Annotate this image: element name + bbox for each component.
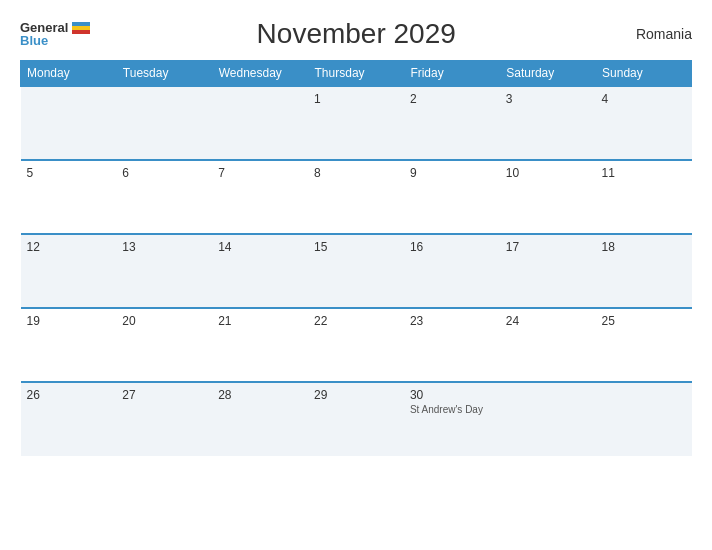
calendar-table: MondayTuesdayWednesdayThursdayFridaySatu… (20, 60, 692, 456)
calendar-page: General Blue November 2029 Romania Monda… (0, 0, 712, 550)
day-cell: 16 (404, 234, 500, 308)
day-cell: 30St Andrew's Day (404, 382, 500, 456)
day-cell: 7 (212, 160, 308, 234)
day-cell: 27 (116, 382, 212, 456)
day-cell: 29 (308, 382, 404, 456)
day-number: 10 (506, 166, 590, 180)
week-row: 1234 (21, 86, 692, 160)
day-cell (596, 382, 692, 456)
logo-flag (72, 22, 90, 34)
day-number: 14 (218, 240, 302, 254)
calendar-body: 1234567891011121314151617181920212223242… (21, 86, 692, 456)
day-cell: 24 (500, 308, 596, 382)
day-number: 6 (122, 166, 206, 180)
day-number: 8 (314, 166, 398, 180)
day-cell: 19 (21, 308, 117, 382)
day-cell: 22 (308, 308, 404, 382)
day-cell: 28 (212, 382, 308, 456)
calendar-header: MondayTuesdayWednesdayThursdayFridaySatu… (21, 61, 692, 87)
day-number: 19 (27, 314, 111, 328)
weekday-header: Tuesday (116, 61, 212, 87)
day-cell (500, 382, 596, 456)
day-number: 12 (27, 240, 111, 254)
day-cell: 3 (500, 86, 596, 160)
day-number: 4 (602, 92, 686, 106)
day-cell: 15 (308, 234, 404, 308)
day-cell: 10 (500, 160, 596, 234)
event-label: St Andrew's Day (410, 404, 483, 415)
day-cell: 26 (21, 382, 117, 456)
day-number: 16 (410, 240, 494, 254)
day-cell: 23 (404, 308, 500, 382)
day-number: 30 (410, 388, 494, 402)
day-cell: 6 (116, 160, 212, 234)
day-number: 17 (506, 240, 590, 254)
day-number: 7 (218, 166, 302, 180)
day-cell: 21 (212, 308, 308, 382)
day-cell (116, 86, 212, 160)
week-row: 12131415161718 (21, 234, 692, 308)
weekday-header: Monday (21, 61, 117, 87)
day-cell: 12 (21, 234, 117, 308)
weekday-header: Thursday (308, 61, 404, 87)
day-number: 29 (314, 388, 398, 402)
weekday-row: MondayTuesdayWednesdayThursdayFridaySatu… (21, 61, 692, 87)
day-number: 24 (506, 314, 590, 328)
day-number: 26 (27, 388, 111, 402)
day-number: 5 (27, 166, 111, 180)
day-number: 2 (410, 92, 494, 106)
weekday-header: Friday (404, 61, 500, 87)
day-cell: 14 (212, 234, 308, 308)
day-cell: 18 (596, 234, 692, 308)
day-cell: 1 (308, 86, 404, 160)
day-cell: 25 (596, 308, 692, 382)
day-number: 1 (314, 92, 398, 106)
day-number: 21 (218, 314, 302, 328)
week-row: 19202122232425 (21, 308, 692, 382)
header: General Blue November 2029 Romania (20, 18, 692, 50)
day-number: 22 (314, 314, 398, 328)
day-cell: 13 (116, 234, 212, 308)
day-number: 15 (314, 240, 398, 254)
day-number: 3 (506, 92, 590, 106)
day-number: 9 (410, 166, 494, 180)
week-row: 2627282930St Andrew's Day (21, 382, 692, 456)
country-label: Romania (622, 26, 692, 42)
day-cell: 17 (500, 234, 596, 308)
weekday-header: Saturday (500, 61, 596, 87)
week-row: 567891011 (21, 160, 692, 234)
day-cell: 8 (308, 160, 404, 234)
day-number: 13 (122, 240, 206, 254)
day-cell: 9 (404, 160, 500, 234)
day-number: 25 (602, 314, 686, 328)
day-cell: 2 (404, 86, 500, 160)
day-number: 11 (602, 166, 686, 180)
day-number: 23 (410, 314, 494, 328)
day-cell: 4 (596, 86, 692, 160)
weekday-header: Sunday (596, 61, 692, 87)
day-cell: 20 (116, 308, 212, 382)
day-number: 20 (122, 314, 206, 328)
weekday-header: Wednesday (212, 61, 308, 87)
logo-blue-text: Blue (20, 34, 48, 47)
day-number: 28 (218, 388, 302, 402)
month-title: November 2029 (90, 18, 622, 50)
day-number: 18 (602, 240, 686, 254)
logo: General Blue (20, 21, 90, 47)
day-number: 27 (122, 388, 206, 402)
day-cell (21, 86, 117, 160)
day-cell (212, 86, 308, 160)
day-cell: 5 (21, 160, 117, 234)
day-cell: 11 (596, 160, 692, 234)
